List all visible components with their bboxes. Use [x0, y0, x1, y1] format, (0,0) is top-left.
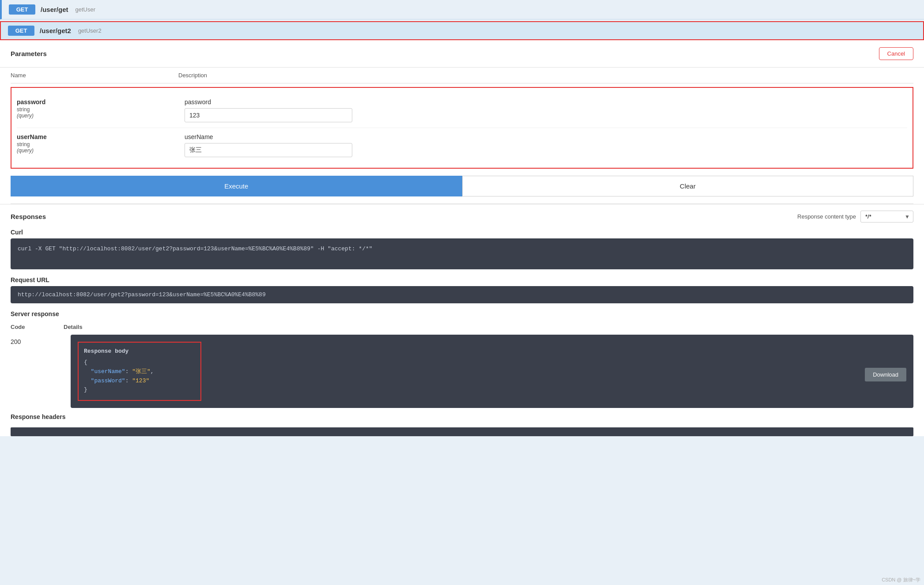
json-key-username: "userName"	[91, 368, 125, 375]
curl-label: Curl	[11, 229, 913, 236]
response-code-200: 200	[11, 335, 64, 345]
endpoint-name-second: getUser2	[78, 27, 102, 34]
parameters-title: Parameters	[11, 50, 47, 57]
endpoint-path-second: /user/get2	[40, 27, 71, 34]
json-value-password: "123"	[132, 377, 149, 384]
responses-title: Responses	[11, 213, 46, 220]
json-key-password: "passWord"	[91, 377, 125, 384]
details-col-header: Details	[64, 324, 913, 330]
method-badge-second: GET	[8, 26, 34, 36]
cancel-button[interactable]: Cancel	[879, 47, 913, 60]
request-url-label: Request URL	[11, 276, 913, 283]
endpoint-bar-second[interactable]: GET /user/get2 getUser2	[0, 21, 924, 40]
response-headers-bar	[11, 427, 913, 436]
response-content-type-area: Response content type */* ▼	[797, 211, 913, 223]
param-name-password: password	[17, 98, 185, 106]
param-desc-label-username: userName	[185, 133, 907, 140]
response-data-row: 200 Response body { "userName": "张三", "p…	[11, 335, 913, 408]
response-col-headers: Code Details	[11, 321, 913, 335]
method-badge-first: GET	[9, 4, 35, 15]
param-desc-label-password: password	[185, 98, 907, 106]
json-brace-close: }	[84, 386, 87, 393]
json-brace-open: {	[84, 359, 87, 366]
curl-value: curl -X GET "http://localhost:8082/user/…	[11, 238, 913, 269]
params-body: password string (query) password userNam…	[11, 87, 913, 169]
server-response-section: Server response Code Details 200 Respons…	[11, 310, 913, 420]
content-type-select[interactable]: */*	[860, 211, 913, 223]
json-value-username: "张三"	[132, 368, 151, 375]
param-name-username: userName	[17, 133, 185, 140]
response-body-title: Response body	[84, 348, 195, 355]
param-row-password: password string (query) password	[17, 93, 907, 128]
server-response-title: Server response	[11, 310, 913, 317]
endpoint-name-first: getUser	[75, 6, 96, 13]
request-url-section: Request URL http://localhost:8082/user/g…	[11, 276, 913, 303]
param-input-password[interactable]	[185, 108, 352, 122]
execute-button[interactable]: Execute	[11, 176, 462, 196]
parameters-header: Parameters Cancel	[0, 40, 924, 68]
action-bar: Execute Clear	[11, 176, 913, 196]
param-input-username[interactable]	[185, 143, 352, 157]
name-col-header: Name	[11, 72, 178, 79]
code-col-header: Code	[11, 324, 64, 330]
content-type-select-wrapper[interactable]: */* ▼	[860, 211, 913, 223]
param-desc-username: userName	[185, 133, 907, 157]
download-button[interactable]: Download	[865, 368, 906, 381]
params-table: Name Description password string (query)…	[0, 68, 924, 169]
endpoint-path-first: /user/get	[41, 6, 68, 13]
param-query-password: (query)	[17, 113, 185, 119]
endpoint-bar-first[interactable]: GET /user/get getUser	[0, 0, 924, 19]
content-panel: Parameters Cancel Name Description passw…	[0, 40, 924, 436]
page-wrapper: GET /user/get getUser GET /user/get2 get…	[0, 0, 924, 585]
param-meta-username: userName string (query)	[17, 133, 185, 154]
response-body-box: Response body { "userName": "张三", "passW…	[78, 342, 201, 401]
param-type-username: string	[17, 141, 185, 147]
clear-button[interactable]: Clear	[462, 176, 914, 196]
response-body-content: { "userName": "张三", "passWord": "123" }	[84, 358, 195, 395]
params-column-headers: Name Description	[11, 68, 913, 83]
curl-section: Curl curl -X GET "http://localhost:8082/…	[11, 229, 913, 269]
param-type-password: string	[17, 106, 185, 113]
response-details-area: Response body { "userName": "张三", "passW…	[71, 335, 913, 408]
watermark: CSDN @ 旅律~学	[882, 577, 920, 583]
request-url-value: http://localhost:8082/user/get2?password…	[11, 286, 913, 303]
desc-col-header: Description	[178, 72, 913, 79]
param-query-username: (query)	[17, 147, 185, 154]
param-row-username: userName string (query) userName	[17, 128, 907, 162]
param-desc-password: password	[185, 98, 907, 122]
content-type-label: Response content type	[797, 213, 856, 220]
param-meta-password: password string (query)	[17, 98, 185, 119]
response-headers-label: Response headers	[11, 413, 913, 420]
responses-header: Responses Response content type */* ▼	[0, 204, 924, 229]
